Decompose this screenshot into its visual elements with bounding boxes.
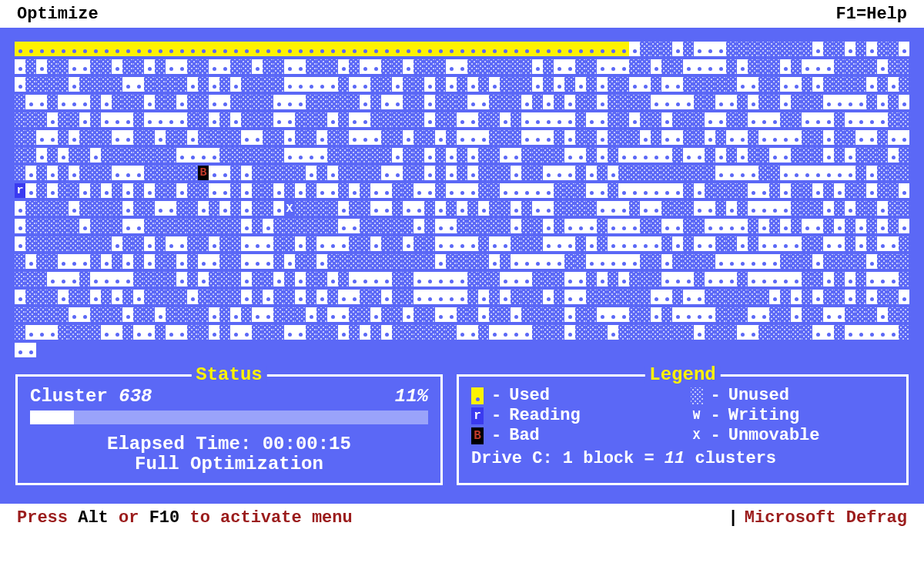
cluster-cell [748,59,758,74]
cluster-cell [629,95,640,109]
cluster-cell [737,148,748,163]
cluster-cell [618,236,629,251]
cluster-cell [715,166,726,180]
cluster-cell [478,272,489,287]
cluster-cell [25,130,36,145]
cluster-cell [209,59,219,74]
cluster-cell [273,59,284,74]
cluster-cell [715,219,726,233]
cluster-cell [187,112,198,127]
cluster-cell [597,272,608,287]
cluster-cell [219,148,230,163]
cluster-cell [446,166,457,180]
cluster-cell [230,325,241,340]
cluster-cell [586,201,597,216]
cluster-cell [295,42,306,56]
cluster-cell [802,95,812,109]
menu-optimize[interactable]: Optimize [17,6,99,23]
cluster-cell [241,130,252,145]
cluster-cell [726,236,737,251]
cluster-map [15,42,909,360]
cluster-cell [564,236,575,251]
cluster-cell [349,130,360,145]
cluster-cell [166,290,176,304]
cluster-cell [241,166,252,180]
cluster-cell [295,183,306,198]
cluster-cell [252,112,263,127]
cluster-cell [101,201,112,216]
cluster-cell [446,95,457,109]
cluster-cell [209,130,219,145]
cluster-cell [90,112,101,127]
cluster-cell [597,77,608,92]
cluster-cell [327,59,338,74]
cluster-cell [640,59,651,74]
cluster-cell [672,77,683,92]
cluster-cell [877,95,888,109]
cluster-cell [672,112,683,127]
cluster-cell [58,325,69,340]
cluster-cell [219,77,230,92]
cluster-cell [25,343,36,357]
cluster-cell [166,59,176,74]
cluster-cell [532,272,543,287]
cluster-cell [511,59,521,74]
cluster-cell [47,130,58,145]
cluster-cell [241,59,252,74]
cluster-cell [543,183,554,198]
cluster-cell [209,201,219,216]
cluster-cell [737,95,748,109]
cluster-cell [511,166,521,180]
cluster-cell [489,219,500,233]
cluster-cell [101,307,112,322]
cluster-cell [90,42,101,56]
cluster-cell [295,77,306,92]
cluster-cell [209,148,219,163]
cluster-cell [112,183,122,198]
hint-help[interactable]: F1=Help [836,6,907,23]
cluster-cell [608,201,618,216]
cluster-cell [683,325,694,340]
cluster-cell [597,59,608,74]
cluster-cell [726,77,737,92]
cluster-cell [219,183,230,198]
cluster-cell [586,325,597,340]
cluster-cell [15,42,25,56]
cluster-cell [435,166,446,180]
cluster-cell [683,290,694,304]
cluster-cell [500,166,511,180]
cluster-cell [176,59,187,74]
cluster-cell [672,219,683,233]
cluster-cell [446,130,457,145]
cluster-cell [176,112,187,127]
cluster-cell [101,148,112,163]
cluster-cell [101,272,112,287]
cluster-cell [500,201,511,216]
cluster-cell [640,112,651,127]
cluster-cell [467,95,478,109]
cluster-cell [726,254,737,269]
cluster-cell [457,219,467,233]
cluster-cell [392,254,403,269]
cluster-cell [263,219,273,233]
cluster-cell [511,254,521,269]
cluster-cell [230,201,241,216]
cluster-cell [769,42,780,56]
cluster-cell [640,95,651,109]
cluster-cell [69,148,79,163]
cluster-cell [295,254,306,269]
cluster-cell [888,183,899,198]
cluster-cell [295,325,306,340]
cluster-cell [155,272,166,287]
cluster-cell [554,166,564,180]
cluster-cell [478,59,489,74]
cluster-cell [58,254,69,269]
cluster-cell [112,290,122,304]
cluster-cell [532,201,543,216]
cluster-cell [122,77,133,92]
cluster-cell [47,148,58,163]
cluster-cell [230,59,241,74]
cluster-cell [306,290,316,304]
cluster-cell [694,166,705,180]
product-name: |Microsoft Defrag [728,510,907,527]
